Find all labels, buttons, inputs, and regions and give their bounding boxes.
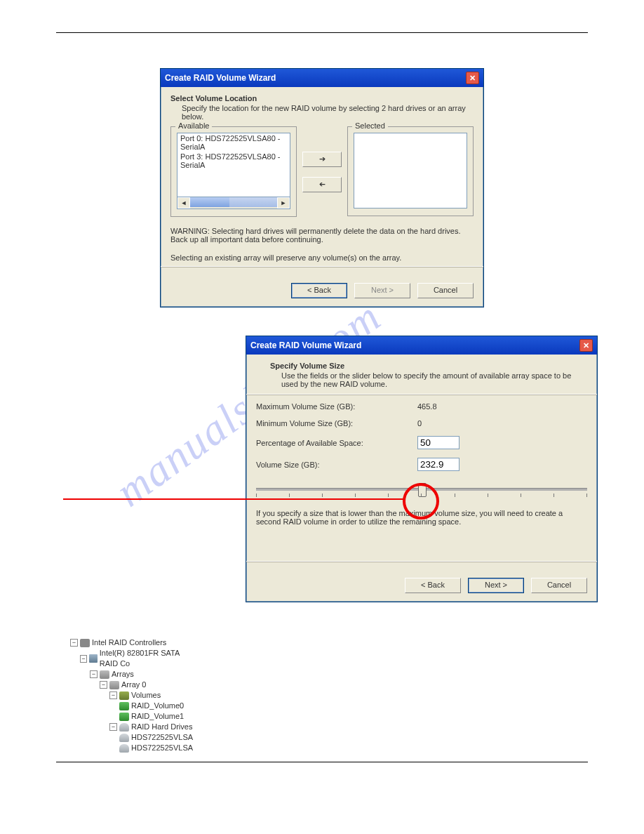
dialog2-note: If you specify a size that is lower than… <box>256 509 587 526</box>
titlebar-1[interactable]: Create RAID Volume Wizard ✕ <box>161 69 483 87</box>
arrow-right-icon: ➔ <box>319 154 326 163</box>
cancel-button[interactable]: Cancel <box>417 283 474 298</box>
back-button[interactable]: < Back <box>291 283 347 298</box>
tree-item-controller[interactable]: −Intel(R) 82801FR SATA RAID Co <box>80 648 196 669</box>
array-icon <box>109 681 119 689</box>
collapse-icon[interactable]: − <box>80 655 87 663</box>
tree-item-hdd[interactable]: HDS722525VLSA <box>119 732 196 743</box>
collapse-icon[interactable]: − <box>70 639 78 647</box>
dialog1-note: Selecting an existing array will preserv… <box>170 253 474 262</box>
close-icon[interactable]: ✕ <box>579 339 593 352</box>
close-icon[interactable]: ✕ <box>466 72 479 84</box>
raid-wizard-dialog-2: Create RAID Volume Wizard ✕ Specify Volu… <box>246 336 598 602</box>
pct-label: Percentage of Available Space: <box>256 439 417 447</box>
max-size-label: Maximum Volume Size (GB): <box>256 402 417 411</box>
tree-item-controllers[interactable]: −Intel RAID Controllers <box>70 637 196 648</box>
collapse-icon[interactable]: − <box>100 681 107 689</box>
hdd-icon <box>119 734 129 742</box>
h-scrollbar[interactable]: ◄ ► <box>177 197 290 209</box>
volume-size-slider[interactable] <box>256 479 587 501</box>
max-size-value: 465.8 <box>417 402 437 411</box>
scroll-left-icon[interactable]: ◄ <box>177 197 190 208</box>
tree-item-array0[interactable]: −Array 0 <box>100 680 196 690</box>
collapse-icon[interactable]: − <box>109 723 117 731</box>
arrow-left-icon: ➔ <box>319 178 326 190</box>
list-item[interactable]: Port 0: HDS722525VLSA80 - SerialA <box>177 133 290 152</box>
tree-item-hdd[interactable]: HDS722525VLSA <box>119 743 196 753</box>
volumes-icon <box>119 691 129 700</box>
move-right-button[interactable]: ➔ <box>302 152 342 167</box>
dialog2-subheading: Use the fields or the slider below to sp… <box>281 371 587 388</box>
raid-tree: −Intel RAID Controllers −Intel(R) 82801F… <box>70 637 196 753</box>
min-size-value: 0 <box>417 419 422 428</box>
percentage-input[interactable] <box>417 436 459 449</box>
dialog1-subheading: Specify the location for the new RAID vo… <box>182 104 474 121</box>
size-label: Volume Size (GB): <box>256 461 417 469</box>
page-top-rule <box>56 32 588 33</box>
dialog1-title: Create RAID Volume Wizard <box>165 73 276 83</box>
min-size-label: Minimum Volume Size (GB): <box>256 419 417 428</box>
tree-item-raid-volume1[interactable]: RAID_Volume1 <box>119 711 196 722</box>
controller-icon <box>80 639 90 647</box>
list-item[interactable]: Port 3: HDS722525VLSA80 - SerialA <box>177 152 290 170</box>
tree-item-raid-volume0[interactable]: RAID_Volume0 <box>119 701 196 711</box>
available-legend: Available <box>175 121 212 130</box>
tree-item-arrays[interactable]: −Arrays <box>90 669 196 680</box>
volume-icon <box>119 702 129 710</box>
next-button[interactable]: Next > <box>468 578 524 593</box>
hdd-icon <box>119 744 129 753</box>
volume-icon <box>119 713 129 721</box>
dialog1-heading: Select Volume Location <box>170 94 474 102</box>
selected-listbox[interactable] <box>354 133 467 208</box>
move-left-button[interactable]: ➔ <box>302 177 342 192</box>
dialog1-warning: WARNING: Selecting hard drives will perm… <box>170 227 474 244</box>
cancel-button[interactable]: Cancel <box>531 578 587 593</box>
next-button: Next > <box>354 283 410 298</box>
dialog2-heading: Specify Volume Size <box>270 362 587 370</box>
tree-item-hard-drives[interactable]: −RAID Hard Drives <box>109 722 196 732</box>
drives-icon <box>119 723 129 732</box>
collapse-icon[interactable]: − <box>90 670 98 678</box>
tree-item-volumes[interactable]: −Volumes <box>109 690 196 701</box>
selected-legend: Selected <box>352 121 388 130</box>
dialog2-title: Create RAID Volume Wizard <box>250 340 361 350</box>
volume-size-input[interactable] <box>417 458 459 471</box>
arrays-icon <box>100 670 109 679</box>
chip-icon <box>89 654 98 663</box>
scroll-thumb[interactable] <box>190 197 229 207</box>
back-button[interactable]: < Back <box>405 578 461 593</box>
raid-wizard-dialog-1: Create RAID Volume Wizard ✕ Select Volum… <box>160 68 484 307</box>
scroll-right-icon[interactable]: ► <box>277 197 290 208</box>
collapse-icon[interactable]: − <box>109 691 117 699</box>
titlebar-2[interactable]: Create RAID Volume Wizard ✕ <box>246 336 597 355</box>
available-listbox[interactable]: Port 0: HDS722525VLSA80 - SerialA Port 3… <box>177 133 290 197</box>
page-bottom-rule <box>56 762 588 762</box>
